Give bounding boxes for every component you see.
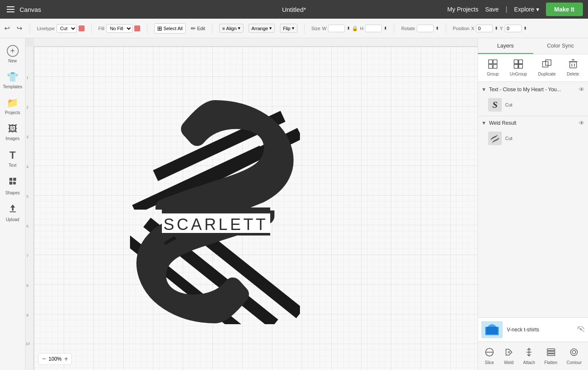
layers-content: ▼ Text - Close to My Heart - You... 👁 S … bbox=[478, 82, 588, 317]
make-it-button[interactable]: Make It bbox=[546, 3, 583, 16]
sidebar-item-text[interactable]: T Text bbox=[2, 146, 24, 171]
canvas-thumb bbox=[481, 321, 503, 338]
sidebar-item-templates[interactable]: 👕 Templates bbox=[2, 68, 24, 92]
toolbar-sep-2 bbox=[91, 23, 92, 34]
text-layer-item[interactable]: S Cut bbox=[478, 95, 588, 114]
select-all-button[interactable]: ⊞ Select All bbox=[154, 23, 186, 34]
weld-group-chevron: ▼ bbox=[481, 120, 486, 126]
text-layer-thumb: S bbox=[488, 98, 502, 112]
align-button[interactable]: ≡ Align ▾ bbox=[219, 24, 243, 33]
undo-button[interactable]: ↩ bbox=[3, 23, 11, 33]
tab-color-sync[interactable]: Color Sync bbox=[533, 38, 588, 54]
ungroup-button[interactable]: UnGroup bbox=[506, 58, 531, 78]
layer-group-weld: ▼ Weld Result 👁 Cut bbox=[478, 117, 588, 148]
main-layout: + New 👕 Templates 📁 Projects 🖼 Images T … bbox=[0, 38, 588, 370]
contour-tool[interactable]: Contour bbox=[565, 345, 584, 367]
arrange-button[interactable]: Arrange ▾ bbox=[249, 24, 275, 33]
svg-rect-20 bbox=[519, 60, 523, 64]
toolbar-sep-7 bbox=[446, 23, 446, 34]
size-stepper-w[interactable]: ⬍ bbox=[347, 26, 350, 31]
w-label: W bbox=[322, 26, 326, 31]
layer-group-weld-header[interactable]: ▼ Weld Result 👁 bbox=[478, 117, 588, 129]
weld-layer-item[interactable]: Cut bbox=[478, 129, 588, 148]
my-projects-link[interactable]: My Projects bbox=[447, 6, 478, 13]
fill-select[interactable]: No Fill bbox=[106, 24, 133, 33]
chevron-down-icon: ▾ bbox=[536, 6, 539, 13]
topbar-left: Canvas bbox=[5, 5, 41, 14]
sidebar-item-projects[interactable]: 📁 Projects bbox=[2, 94, 24, 118]
scarlett-design[interactable]: SCARLETT bbox=[130, 99, 300, 326]
width-input[interactable] bbox=[328, 25, 345, 32]
sidebar-item-upload[interactable]: Upload bbox=[2, 200, 24, 225]
duplicate-button[interactable]: Duplicate bbox=[534, 58, 559, 78]
rotate-label: Rotate bbox=[401, 26, 415, 31]
y-stepper[interactable]: ⬍ bbox=[523, 26, 527, 31]
topbar-divider: | bbox=[506, 6, 507, 13]
canvas-visibility-icon[interactable] bbox=[577, 326, 585, 334]
panel-bottom: V-neck t-shirts Slice Weld bbox=[478, 317, 588, 370]
new-icon: + bbox=[7, 45, 19, 57]
bottom-tools: Slice Weld Attach bbox=[478, 342, 588, 370]
group-button[interactable]: Group bbox=[483, 58, 502, 78]
height-input[interactable] bbox=[365, 25, 382, 32]
canvas-preview: V-neck t-shirts bbox=[478, 318, 588, 342]
text-group-visibility[interactable]: 👁 bbox=[579, 86, 585, 93]
toolbar-sep-6 bbox=[394, 23, 394, 34]
align-chevron: ▾ bbox=[238, 25, 240, 31]
templates-icon: 👕 bbox=[7, 72, 18, 83]
text-group-chevron: ▼ bbox=[481, 87, 486, 92]
svg-rect-40 bbox=[547, 354, 555, 356]
hamburger-menu[interactable] bbox=[5, 5, 16, 14]
flatten-icon bbox=[546, 347, 556, 359]
rotate-section: Rotate ⬍ bbox=[401, 25, 438, 32]
canvas-grid[interactable]: SCARLETT bbox=[34, 47, 478, 370]
secondary-toolbar: ↩ ↪ Linetype Cut Fill No Fill ⊞ Select A… bbox=[0, 19, 588, 38]
edit-button[interactable]: ✏ Edit bbox=[191, 25, 205, 32]
svg-rect-39 bbox=[547, 351, 555, 353]
x-input[interactable] bbox=[476, 25, 493, 32]
zoom-out-button[interactable]: − bbox=[42, 355, 46, 363]
sidebar-item-new[interactable]: + New bbox=[2, 42, 24, 67]
new-label: New bbox=[8, 59, 17, 63]
svg-rect-12 bbox=[162, 211, 270, 213]
redo-button[interactable]: ↪ bbox=[16, 23, 23, 33]
attach-tool[interactable]: Attach bbox=[521, 345, 537, 367]
y-input[interactable] bbox=[505, 25, 522, 32]
text-icon: T bbox=[9, 149, 16, 161]
sidebar-item-shapes[interactable]: Shapes bbox=[2, 173, 24, 199]
weld-tool[interactable]: Weld bbox=[502, 345, 516, 367]
weld-group-visibility[interactable]: 👁 bbox=[579, 120, 585, 126]
size-label: Size bbox=[311, 26, 320, 31]
explore-button[interactable]: Explore ▾ bbox=[514, 6, 539, 13]
projects-icon: 📁 bbox=[7, 98, 18, 109]
tab-layers[interactable]: Layers bbox=[478, 38, 533, 54]
fill-label: Fill bbox=[99, 26, 105, 31]
lock-icon[interactable]: 🔒 bbox=[352, 25, 358, 31]
select-all-icon: ⊞ bbox=[157, 25, 162, 32]
linetype-select[interactable]: Cut bbox=[57, 24, 77, 33]
svg-rect-0 bbox=[9, 211, 16, 212]
sidebar-item-images[interactable]: 🖼 Images bbox=[2, 120, 24, 144]
flatten-tool[interactable]: Flatten bbox=[543, 345, 559, 367]
rotate-stepper[interactable]: ⬍ bbox=[435, 26, 439, 31]
shapes-icon bbox=[8, 176, 18, 189]
layer-group-text-header[interactable]: ▼ Text - Close to My Heart - You... 👁 bbox=[478, 84, 588, 95]
topbar: Canvas Untitled* My Projects Save | Expl… bbox=[0, 0, 588, 19]
slice-tool[interactable]: Slice bbox=[483, 345, 496, 367]
zoom-in-button[interactable]: + bbox=[64, 355, 68, 363]
rotate-input[interactable] bbox=[417, 25, 434, 32]
svg-rect-15 bbox=[489, 60, 492, 64]
duplicate-icon bbox=[542, 59, 551, 71]
flip-button[interactable]: Flip ▾ bbox=[280, 24, 297, 33]
delete-button[interactable]: Delete bbox=[563, 58, 582, 78]
x-stepper[interactable]: ⬍ bbox=[495, 26, 498, 31]
save-button[interactable]: Save bbox=[485, 6, 499, 13]
size-stepper-h[interactable]: ⬍ bbox=[384, 26, 387, 31]
toolbar-sep-5 bbox=[304, 23, 305, 34]
topbar-right: My Projects Save | Explore ▾ Make It bbox=[447, 3, 583, 16]
canvas-wrapper[interactable]: /* ruler ticks rendered via SVG */ 1 2 3… bbox=[25, 38, 478, 370]
panel-tabs: Layers Color Sync bbox=[478, 38, 588, 54]
app-title: Canvas bbox=[20, 6, 41, 13]
linetype-color bbox=[79, 25, 85, 31]
flip-chevron: ▾ bbox=[292, 25, 294, 31]
